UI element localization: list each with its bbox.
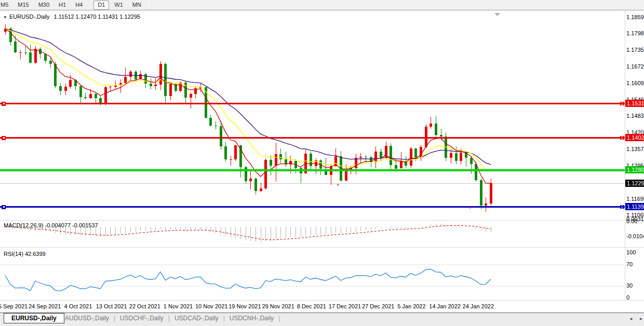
rsi-line [5, 269, 491, 291]
date-tick-label: 5 Jan 2022 [392, 303, 431, 309]
price-tick-label: 1.11695 [626, 196, 644, 202]
symbol-period-label: EURUSD-,Daily [9, 13, 50, 20]
timeframe-m5-button[interactable]: M5 [0, 1, 12, 10]
tab-usdcad[interactable]: USDCAD-,Daily [170, 315, 223, 322]
price-tick-label: 1.14830 [626, 113, 644, 119]
tab-usdchf[interactable]: USDCHF-,Daily [115, 315, 168, 322]
tab-audusd[interactable]: AUDUSD-,Daily [60, 315, 114, 322]
date-tick-label: 1 Nov 2021 [159, 303, 197, 309]
date-tick-label: 8 Dec 2021 [292, 303, 331, 309]
timeframe-h4-button[interactable]: H4 [71, 1, 87, 10]
indicator-scale-label: 0.00 [626, 219, 637, 224]
tab-separator: | [278, 315, 280, 322]
date-tick-label: 24 Jan 2022 [459, 303, 498, 309]
price-tick-label: 1.17350 [626, 47, 644, 53]
date-tick-label: 22 Oct 2021 [126, 303, 164, 309]
symbol-tabs: AUDUSD-,Daily|USDCHF-,Daily|USDCAD-,Dail… [60, 313, 280, 323]
ma-slow-line [5, 29, 491, 165]
timeframe-bar: M5M15M30H1H4D1W1MN [0, 1, 152, 10]
timeframe-w1-button[interactable]: W1 [110, 1, 127, 10]
price-badge: 1.15314 [625, 100, 644, 107]
price-badge: 1.14028 [625, 134, 644, 141]
date-tick-label: 14 Jan 2022 [426, 303, 464, 309]
chevron-down-icon[interactable]: ▼ [3, 15, 7, 20]
price-badge: 1.12805 [625, 166, 644, 173]
sell-marker-icon: * [337, 183, 340, 189]
toolbar-separator [149, 1, 149, 9]
rsi-indicator-label: RSI(14) 42.6399 [4, 251, 46, 257]
indicator-scale-label: 100 [626, 250, 636, 255]
chart-title: ▼EURUSD-,Daily1.11512 1.12470 1.11431 1.… [3, 13, 140, 20]
tab-scroll-left-icon[interactable]: ◂ [629, 316, 632, 321]
date-tick-label: 27 Dec 2021 [359, 303, 397, 309]
tab-scroll-right-icon[interactable]: ▸ [640, 316, 642, 321]
price-tick-label: 1.13570 [626, 146, 644, 152]
timeframe-m30-button[interactable]: M30 [34, 1, 53, 10]
date-tick-label: 19 Nov 2021 [225, 303, 264, 309]
ohlc-quote-label: 1.11512 1.12470 1.11431 1.12295 [54, 13, 141, 20]
indicator-scale-label: 70 [626, 262, 633, 267]
price-badge: 1.12295 [625, 180, 644, 187]
price-tick-label: 1.17980 [626, 31, 644, 36]
sell-marker-icon: * [469, 206, 472, 212]
price-tick-label: 1.16720 [626, 64, 644, 70]
ma-mid-line [5, 29, 491, 171]
date-tick-label: 10 Nov 2021 [192, 303, 231, 309]
price-badge: 1.11398 [625, 203, 644, 210]
ma-fast-line [5, 29, 491, 183]
indicator-scale-label: -0.01043 [626, 234, 644, 239]
date-tick-label: 17 Dec 2021 [326, 303, 364, 309]
tab-eurusd-active[interactable]: EURUSD-,Daily [4, 313, 64, 323]
horizontal-level-lines[interactable] [0, 102, 625, 209]
timeframe-toolbar: M5M15M30H1H4D1W1MN [0, 0, 644, 10]
timeframe-h1-button[interactable]: H1 [55, 1, 70, 10]
symbol-tab-bar: EURUSD-,Daily AUDUSD-,Daily|USDCHF-,Dail… [0, 313, 644, 326]
tab-scroll-arrows: ◂ ▸ [623, 316, 642, 321]
mt4-window: { "toolbar": { "timeframes": ["M5","M15"… [0, 0, 644, 326]
price-tick-label: 1.18595 [626, 15, 644, 20]
chart-canvas[interactable]: ** [0, 0, 644, 326]
price-tick-label: 1.16090 [626, 80, 644, 86]
date-tick-label: 13 Oct 2021 [92, 303, 131, 309]
timeframe-m15-button[interactable]: M15 [14, 1, 33, 10]
tab-usdcnh[interactable]: USDCNH-,Daily [225, 315, 278, 322]
macd-indicator-label: MACD(12,26,9) -0.004077 -0.001537 [4, 222, 98, 228]
timeframe-d1-button[interactable]: D1 [93, 1, 109, 10]
timeframe-mn-button[interactable]: MN [128, 1, 145, 10]
rsi-level-lines [0, 265, 625, 286]
indicator-scale-label: 30 [626, 283, 633, 289]
pane-separators[interactable] [0, 10, 644, 301]
toolbar-separator [90, 1, 90, 9]
date-tick-label: 29 Nov 2021 [259, 303, 298, 309]
chart-shift-icon[interactable] [494, 13, 500, 16]
date-tick-label: 4 Oct 2021 [59, 303, 97, 309]
indicator-scale-label: 0 [626, 295, 629, 301]
date-tick-label: 24 Sep 2021 [25, 303, 64, 309]
